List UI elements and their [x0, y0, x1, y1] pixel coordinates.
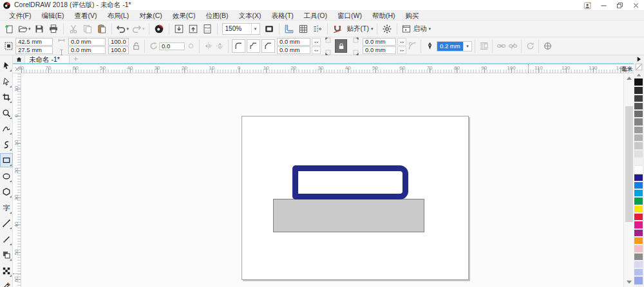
zoom-level-dropdown[interactable]: ▾ [251, 24, 260, 34]
palette-swatch-20[interactable] [634, 237, 643, 245]
palette-swatch-16[interactable] [634, 205, 643, 213]
pick-tool[interactable] [1, 59, 12, 72]
copy-button[interactable] [80, 22, 95, 36]
minimize-button[interactable] [596, 0, 612, 11]
scroll-down-button[interactable] [624, 277, 634, 287]
paste-button[interactable] [95, 22, 109, 36]
wrap-text-button[interactable] [478, 41, 489, 52]
palette-swatch-21[interactable] [634, 245, 643, 252]
scale-y-field[interactable]: 100.0 [108, 46, 129, 54]
palette-swatch-5[interactable] [634, 118, 643, 125]
menu-buy[interactable]: 购买 [401, 11, 424, 20]
palette-swatch-4[interactable] [634, 110, 643, 118]
menu-view[interactable]: 查看(V) [69, 11, 102, 20]
outline-width-dropdown[interactable]: ▾ [463, 42, 471, 51]
show-grid-button[interactable] [296, 22, 310, 36]
menu-help[interactable]: 帮助(H) [367, 11, 401, 20]
zoom-level-combo[interactable]: 150%▾ [222, 23, 260, 35]
palette-swatch-13[interactable] [634, 181, 643, 189]
vertical-scrollbar[interactable] [623, 73, 634, 287]
palette-swatch-15[interactable] [634, 197, 643, 205]
corner-radius-br-field[interactable]: 0.0 mm [363, 46, 396, 54]
drawing-canvas[interactable] [21, 73, 623, 287]
document-tab[interactable]: 未命名 -1* [24, 55, 70, 63]
redo-button[interactable]: ▾ [130, 22, 146, 36]
restore-button[interactable] [612, 0, 628, 11]
menu-tools[interactable]: 工具(O) [299, 11, 332, 20]
save-document-button[interactable] [32, 22, 46, 36]
artistic-media-tool[interactable] [1, 233, 12, 246]
corner-radius-tl-field[interactable]: 0.0 mm [277, 38, 310, 46]
freehand-tool[interactable] [1, 122, 12, 135]
menu-text[interactable]: 文本(X) [233, 11, 266, 20]
palette-swatch-23[interactable] [634, 261, 643, 268]
corner-radius-tr-field[interactable]: 0.0 mm [363, 38, 396, 46]
corner-tr-stepper[interactable]: ◂ ▸ [397, 38, 406, 46]
zoom-level-value[interactable]: 150% [223, 25, 251, 32]
menu-edit[interactable]: 编辑(E) [36, 11, 69, 20]
palette-swatch-18[interactable] [634, 221, 643, 228]
gray-rectangle-object[interactable] [273, 199, 424, 232]
outline-width-combo[interactable]: 0.2 mm ▾ [437, 41, 472, 51]
new-document-button[interactable] [2, 22, 16, 36]
open-document-dropdown-caret[interactable]: ▾ [28, 26, 31, 32]
scale-x-field[interactable]: 100.0 [108, 38, 129, 46]
vertical-ruler[interactable]: 100102030405060 [13, 73, 21, 287]
palette-swatch-9[interactable] [634, 150, 643, 158]
scrollbar-thumb[interactable] [625, 106, 633, 222]
export-button[interactable] [186, 22, 200, 36]
open-document-button[interactable]: ▾ [16, 22, 32, 36]
convert-to-curves-button[interactable] [524, 41, 536, 52]
menu-table[interactable]: 表格(T) [266, 11, 298, 20]
palette-swatch-24[interactable] [634, 268, 643, 276]
corner-tl-stepper[interactable]: ◂ ▸ [312, 38, 321, 46]
import-button[interactable] [172, 22, 186, 36]
palette-swatch-12[interactable] [634, 174, 643, 181]
scalloped-corner-button[interactable] [247, 39, 260, 53]
edit-corners-together-button[interactable] [335, 39, 347, 53]
navy-frame-object[interactable] [292, 165, 408, 199]
horizontal-ruler[interactable]: 毫米 8070605040302010010203040506070809010… [13, 64, 634, 73]
corner-bl-stepper[interactable]: ◂ ▸ [312, 46, 321, 54]
launch-dropdown-caret[interactable]: ▾ [428, 26, 431, 32]
no-color-swatch[interactable] [634, 63, 644, 71]
full-screen-preview-button[interactable] [262, 22, 276, 36]
menu-window[interactable]: 窗口(W) [332, 11, 367, 20]
palette-swatch-8[interactable] [634, 142, 643, 149]
menu-layout[interactable]: 布局(L) [102, 11, 134, 20]
outline-width-value[interactable]: 0.2 mm [437, 42, 463, 51]
menu-effects[interactable]: 效果(C) [167, 11, 201, 20]
palette-swatch-7[interactable] [634, 134, 643, 142]
welcome-screen-button[interactable] [152, 22, 166, 36]
palette-swatch-25[interactable] [634, 276, 643, 284]
relative-corner-scaling-button[interactable] [406, 41, 418, 52]
link-button[interactable] [495, 41, 507, 52]
new-tab-button[interactable] [70, 55, 82, 63]
home-tab-button[interactable] [13, 55, 24, 63]
menu-bitmaps[interactable]: 位图(B) [200, 11, 233, 20]
launch-button[interactable]: 启动▾ [400, 22, 432, 36]
palette-swatch-11[interactable] [634, 165, 643, 173]
palette-scroll-up-button[interactable] [634, 71, 644, 79]
palette-flyout-button[interactable] [634, 55, 644, 63]
palette-swatch-2[interactable] [634, 95, 643, 102]
publish-pdf-button[interactable]: PDF [200, 22, 214, 36]
palette-swatch-22[interactable] [634, 253, 643, 261]
palette-swatch-3[interactable] [634, 102, 643, 110]
crop-tool[interactable] [1, 91, 12, 104]
lock-ratio-button[interactable] [130, 41, 142, 52]
undo-button[interactable]: ▾ [115, 22, 131, 36]
snap-to-dropdown-caret[interactable]: ▾ [371, 26, 374, 32]
close-button[interactable] [628, 0, 644, 11]
mirror-horizontal-button[interactable] [202, 41, 214, 52]
options-button[interactable] [380, 22, 394, 36]
palette-swatch-0[interactable] [634, 79, 643, 86]
menu-file[interactable]: 文件(F) [4, 11, 36, 20]
mesh-fill-tool[interactable] [1, 264, 12, 277]
palette-swatch-19[interactable] [634, 229, 643, 237]
sign-in-button[interactable] [580, 0, 596, 11]
rotation-angle-field[interactable]: 0.0 [159, 42, 185, 50]
palette-swatch-17[interactable] [634, 213, 643, 221]
scroll-up-button[interactable] [624, 73, 634, 83]
mirror-vertical-button[interactable] [214, 41, 225, 52]
